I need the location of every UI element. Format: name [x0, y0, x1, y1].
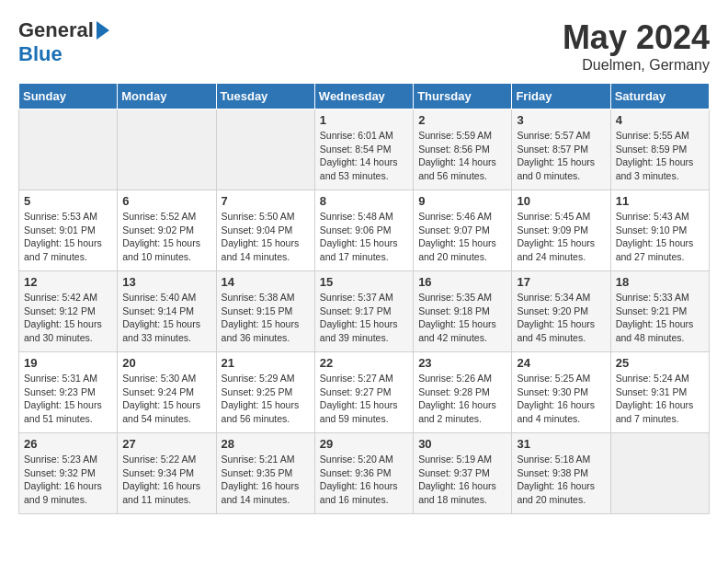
day-number: 9	[418, 194, 506, 208]
day-info: Sunrise: 5:37 AM Sunset: 9:17 PM Dayligh…	[320, 291, 408, 345]
day-info: Sunrise: 5:26 AM Sunset: 9:28 PM Dayligh…	[418, 372, 506, 426]
day-info: Sunrise: 5:50 AM Sunset: 9:04 PM Dayligh…	[222, 210, 310, 264]
day-number: 11	[616, 194, 704, 208]
day-info: Sunrise: 5:33 AM Sunset: 9:21 PM Dayligh…	[616, 291, 704, 345]
day-number: 27	[122, 437, 210, 451]
week-row-2: 5Sunrise: 5:53 AM Sunset: 9:01 PM Daylig…	[19, 190, 710, 271]
header-row: SundayMondayTuesdayWednesdayThursdayFrid…	[19, 84, 710, 109]
header-day-wednesday: Wednesday	[314, 84, 413, 109]
calendar-table: SundayMondayTuesdayWednesdayThursdayFrid…	[18, 83, 710, 514]
calendar-cell: 3Sunrise: 5:57 AM Sunset: 8:57 PM Daylig…	[512, 109, 610, 190]
week-row-5: 26Sunrise: 5:23 AM Sunset: 9:32 PM Dayli…	[19, 433, 710, 514]
day-number: 13	[122, 275, 210, 289]
calendar-cell: 21Sunrise: 5:29 AM Sunset: 9:25 PM Dayli…	[216, 352, 314, 433]
day-info: Sunrise: 5:53 AM Sunset: 9:01 PM Dayligh…	[24, 210, 112, 264]
calendar-cell: 15Sunrise: 5:37 AM Sunset: 9:17 PM Dayli…	[314, 271, 413, 352]
location-subtitle: Duelmen, Germany	[563, 57, 710, 74]
day-number: 10	[517, 194, 605, 208]
calendar-cell: 17Sunrise: 5:34 AM Sunset: 9:20 PM Dayli…	[512, 271, 610, 352]
calendar-cell: 14Sunrise: 5:38 AM Sunset: 9:15 PM Dayli…	[216, 271, 314, 352]
calendar-cell	[19, 109, 118, 190]
day-number: 5	[24, 194, 112, 208]
day-number: 1	[320, 113, 408, 127]
header-day-friday: Friday	[512, 84, 610, 109]
day-number: 21	[222, 356, 310, 370]
calendar-body: 1Sunrise: 6:01 AM Sunset: 8:54 PM Daylig…	[19, 109, 710, 514]
calendar-cell: 27Sunrise: 5:22 AM Sunset: 9:34 PM Dayli…	[118, 433, 216, 514]
day-number: 7	[222, 194, 310, 208]
calendar-cell: 25Sunrise: 5:24 AM Sunset: 9:31 PM Dayli…	[610, 352, 709, 433]
calendar-cell	[216, 109, 314, 190]
calendar-cell: 11Sunrise: 5:43 AM Sunset: 9:10 PM Dayli…	[610, 190, 709, 271]
calendar-cell: 30Sunrise: 5:19 AM Sunset: 9:37 PM Dayli…	[414, 433, 512, 514]
calendar-cell: 22Sunrise: 5:27 AM Sunset: 9:27 PM Dayli…	[314, 352, 413, 433]
day-info: Sunrise: 5:55 AM Sunset: 8:59 PM Dayligh…	[616, 129, 704, 183]
calendar-cell: 8Sunrise: 5:48 AM Sunset: 9:06 PM Daylig…	[314, 190, 413, 271]
day-info: Sunrise: 5:29 AM Sunset: 9:25 PM Dayligh…	[222, 372, 310, 426]
day-info: Sunrise: 5:22 AM Sunset: 9:34 PM Dayligh…	[122, 453, 210, 507]
calendar-cell: 18Sunrise: 5:33 AM Sunset: 9:21 PM Dayli…	[610, 271, 709, 352]
week-row-3: 12Sunrise: 5:42 AM Sunset: 9:12 PM Dayli…	[19, 271, 710, 352]
day-info: Sunrise: 5:18 AM Sunset: 9:38 PM Dayligh…	[517, 453, 605, 507]
logo-arrow-icon	[97, 21, 109, 40]
header-day-sunday: Sunday	[19, 84, 118, 109]
calendar-cell: 10Sunrise: 5:45 AM Sunset: 9:09 PM Dayli…	[512, 190, 610, 271]
day-info: Sunrise: 5:25 AM Sunset: 9:30 PM Dayligh…	[517, 372, 605, 426]
calendar-cell: 16Sunrise: 5:35 AM Sunset: 9:18 PM Dayli…	[414, 271, 512, 352]
calendar-cell: 23Sunrise: 5:26 AM Sunset: 9:28 PM Dayli…	[414, 352, 512, 433]
day-info: Sunrise: 5:57 AM Sunset: 8:57 PM Dayligh…	[517, 129, 605, 183]
day-number: 22	[320, 356, 408, 370]
day-number: 6	[122, 194, 210, 208]
day-info: Sunrise: 6:01 AM Sunset: 8:54 PM Dayligh…	[320, 129, 408, 183]
calendar-cell	[610, 433, 709, 514]
header-day-thursday: Thursday	[414, 84, 512, 109]
calendar-cell: 24Sunrise: 5:25 AM Sunset: 9:30 PM Dayli…	[512, 352, 610, 433]
logo-general-text: General	[18, 18, 94, 42]
day-info: Sunrise: 5:42 AM Sunset: 9:12 PM Dayligh…	[24, 291, 112, 345]
title-section: May 2024 Duelmen, Germany	[563, 18, 710, 74]
day-info: Sunrise: 5:48 AM Sunset: 9:06 PM Dayligh…	[320, 210, 408, 264]
calendar-cell: 12Sunrise: 5:42 AM Sunset: 9:12 PM Dayli…	[19, 271, 118, 352]
day-info: Sunrise: 5:19 AM Sunset: 9:37 PM Dayligh…	[418, 453, 506, 507]
calendar-cell: 28Sunrise: 5:21 AM Sunset: 9:35 PM Dayli…	[216, 433, 314, 514]
day-info: Sunrise: 5:20 AM Sunset: 9:36 PM Dayligh…	[320, 453, 408, 507]
day-info: Sunrise: 5:45 AM Sunset: 9:09 PM Dayligh…	[517, 210, 605, 264]
day-info: Sunrise: 5:35 AM Sunset: 9:18 PM Dayligh…	[418, 291, 506, 345]
day-number: 15	[320, 275, 408, 289]
logo-blue-text: Blue	[18, 42, 63, 66]
day-number: 31	[517, 437, 605, 451]
day-number: 24	[517, 356, 605, 370]
calendar-cell: 9Sunrise: 5:46 AM Sunset: 9:07 PM Daylig…	[414, 190, 512, 271]
calendar-cell: 26Sunrise: 5:23 AM Sunset: 9:32 PM Dayli…	[19, 433, 118, 514]
header-day-monday: Monday	[118, 84, 216, 109]
day-number: 23	[418, 356, 506, 370]
calendar-cell: 1Sunrise: 6:01 AM Sunset: 8:54 PM Daylig…	[314, 109, 413, 190]
day-info: Sunrise: 5:40 AM Sunset: 9:14 PM Dayligh…	[122, 291, 210, 345]
day-info: Sunrise: 5:21 AM Sunset: 9:35 PM Dayligh…	[222, 453, 310, 507]
day-number: 29	[320, 437, 408, 451]
day-info: Sunrise: 5:46 AM Sunset: 9:07 PM Dayligh…	[418, 210, 506, 264]
calendar-cell: 4Sunrise: 5:55 AM Sunset: 8:59 PM Daylig…	[610, 109, 709, 190]
header-day-tuesday: Tuesday	[216, 84, 314, 109]
day-number: 16	[418, 275, 506, 289]
day-number: 14	[222, 275, 310, 289]
day-number: 26	[24, 437, 112, 451]
day-info: Sunrise: 5:27 AM Sunset: 9:27 PM Dayligh…	[320, 372, 408, 426]
day-number: 20	[122, 356, 210, 370]
day-number: 12	[24, 275, 112, 289]
calendar-cell	[118, 109, 216, 190]
day-number: 2	[418, 113, 506, 127]
day-number: 30	[418, 437, 506, 451]
week-row-4: 19Sunrise: 5:31 AM Sunset: 9:23 PM Dayli…	[19, 352, 710, 433]
page-header: General Blue May 2024 Duelmen, Germany	[18, 18, 710, 74]
day-number: 19	[24, 356, 112, 370]
calendar-cell: 7Sunrise: 5:50 AM Sunset: 9:04 PM Daylig…	[216, 190, 314, 271]
day-number: 3	[517, 113, 605, 127]
day-number: 4	[616, 113, 704, 127]
calendar-cell: 20Sunrise: 5:30 AM Sunset: 9:24 PM Dayli…	[118, 352, 216, 433]
day-info: Sunrise: 5:38 AM Sunset: 9:15 PM Dayligh…	[222, 291, 310, 345]
day-number: 8	[320, 194, 408, 208]
logo: General Blue	[18, 18, 109, 66]
day-info: Sunrise: 5:34 AM Sunset: 9:20 PM Dayligh…	[517, 291, 605, 345]
calendar-cell: 6Sunrise: 5:52 AM Sunset: 9:02 PM Daylig…	[118, 190, 216, 271]
